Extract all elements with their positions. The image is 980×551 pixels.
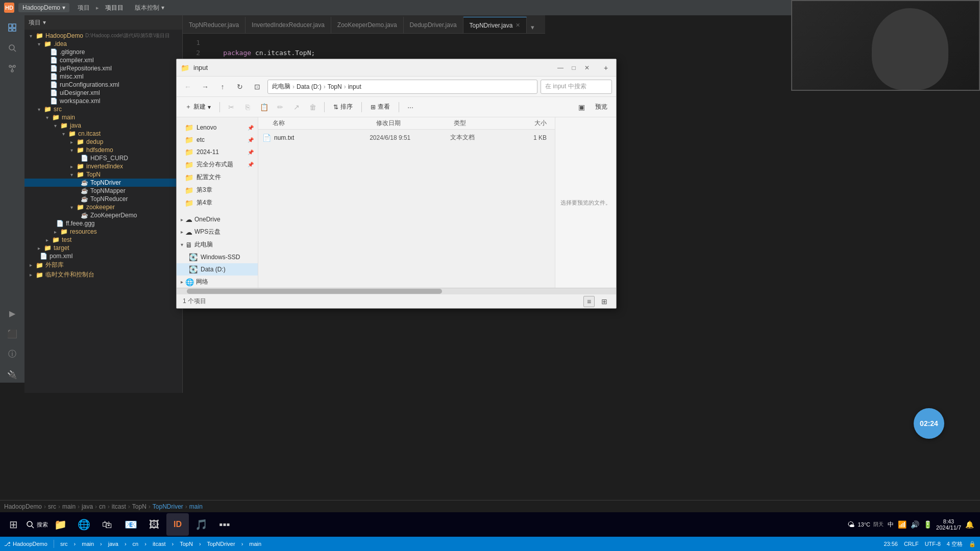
status-branch[interactable]: ⎇ HadoopDemo <box>4 541 47 547</box>
address-breadcrumb[interactable]: 此电脑 › Data (D:) › TopN › input <box>267 80 537 94</box>
nav-item-ch4[interactable]: 📁 第4章 <box>177 196 258 209</box>
nav-group-onedrive[interactable]: ▸ ☁ OneDrive <box>177 213 258 226</box>
tree-item-workspace[interactable]: 📄 workspace.xml <box>24 97 182 105</box>
tab-invertedindex[interactable]: InvertedIndexReducer.java <box>246 17 331 33</box>
tree-item-uidesigner[interactable]: 📄 uiDesigner.xml <box>24 89 182 97</box>
tree-item-topnreducer[interactable]: ☕ TopNReducer <box>24 195 182 203</box>
file-row-numtxt[interactable]: 📄 num.txt 2024/6/18 9:51 文本文档 1 KB <box>258 132 555 143</box>
taskbar-clock[interactable]: 8:43 2024/11/7 <box>936 518 961 531</box>
bc-topndriver[interactable]: TopNDriver <box>153 503 183 510</box>
nav-item-2024[interactable]: 📁 2024-11 📌 <box>177 146 258 158</box>
bc-itcast[interactable]: itcast <box>112 503 126 510</box>
taskbar-mail-btn[interactable]: 📧 <box>119 513 142 536</box>
tree-item-compiler[interactable]: 📄 compiler.xml <box>24 56 182 64</box>
sidebar-icon-plugins[interactable]: 🔌 <box>4 366 20 383</box>
nav-item-complete[interactable]: 📁 完全分布式题 📌 <box>177 158 258 171</box>
toolbar-more-btn[interactable]: ··· <box>403 100 418 114</box>
nav-item-data[interactable]: 💽 Data (D:) <box>177 263 258 276</box>
toolbar-new-btn[interactable]: ＋ 新建 ▾ <box>181 100 215 114</box>
bc-src[interactable]: src <box>48 503 56 510</box>
tree-item-main[interactable]: ▾ 📁 main <box>24 113 182 121</box>
toolbar-share-btn[interactable]: ↗ <box>289 100 304 114</box>
nav-item-ch3[interactable]: 📁 第3章 <box>177 184 258 196</box>
tree-item-resources[interactable]: ▸ 📁 resources <box>24 228 182 236</box>
tree-item-src[interactable]: ▾ 📁 src <box>24 105 182 113</box>
nav-up-btn[interactable]: ↑ <box>215 80 230 94</box>
tab-dedupdriver[interactable]: DedupDriver.java <box>404 17 463 33</box>
toolbar-copy-btn[interactable]: ⎘ <box>240 100 255 114</box>
window-maximize-btn[interactable]: □ <box>569 63 578 72</box>
toolbar-preview-btn[interactable]: 预览 <box>591 100 612 114</box>
bc-java[interactable]: java <box>82 503 93 510</box>
nav-group-wps[interactable]: ▸ ☁ WPS云盘 <box>177 226 258 238</box>
tree-item-gitignore[interactable]: 📄 .gitignore <box>24 48 182 56</box>
taskbar-intellij-btn[interactable]: ID <box>166 513 189 536</box>
tree-item-test[interactable]: ▸ 📁 test <box>24 236 182 244</box>
toolbar-rename-btn[interactable]: ✏ <box>273 100 287 114</box>
window-close-btn[interactable]: ✕ <box>582 63 592 72</box>
tree-item-ffeee[interactable]: 📄 ff.feee.ggg <box>24 219 182 228</box>
sidebar-icon-git[interactable] <box>4 60 20 77</box>
bc-hadoopdemo[interactable]: HadoopDemo <box>4 503 42 510</box>
taskbar-photos-btn[interactable]: 🖼 <box>143 513 165 536</box>
tree-item-misc[interactable]: 📄 misc.xml <box>24 72 182 81</box>
taskbar-store-btn[interactable]: 🛍 <box>96 513 118 536</box>
tab-close-topndriver[interactable]: ✕ <box>516 22 520 29</box>
sidebar-icon-files[interactable] <box>4 19 20 36</box>
project-selector[interactable]: HadoopDemo ▾ <box>18 3 69 12</box>
fe-scrollbar[interactable] <box>177 288 616 294</box>
taskbar-notification-icon[interactable]: 🔔 <box>965 520 974 529</box>
tree-item-root[interactable]: ▾ 📁 HadoopDemo D:\Hadoop.code\源代码\第5章\项目… <box>24 32 182 40</box>
bc-main-method[interactable]: main <box>189 503 203 510</box>
sidebar-icon-search[interactable] <box>4 40 20 56</box>
nav-back-btn[interactable]: ← <box>181 80 195 94</box>
search-box[interactable]: 在 input 中搜索 <box>541 80 612 94</box>
taskbar-browser-btn[interactable]: 🌐 <box>72 513 95 536</box>
sidebar-icon-terminal[interactable]: ⬛ <box>4 325 20 342</box>
tree-item-invertedindex[interactable]: ▸ 📁 invertedIndex <box>24 162 182 170</box>
nav-recent-btn[interactable]: ⊡ <box>250 80 264 94</box>
tree-item-dedup[interactable]: ▸ 📁 dedup <box>24 138 182 146</box>
nav-item-windows[interactable]: 💽 Windows-SSD <box>177 251 258 263</box>
menu-item-project[interactable]: 项目 <box>74 3 94 13</box>
nav-group-thispc[interactable]: ▾ 🖥 此电脑 <box>177 238 258 251</box>
tree-item-idea[interactable]: ▾ 📁 .idea <box>24 40 182 48</box>
toolbar-preview-pane-btn[interactable]: ▣ <box>574 100 589 114</box>
nav-forward-btn[interactable]: → <box>198 80 212 94</box>
tree-item-scratch[interactable]: ▸ 📁 临时文件和控制台 <box>24 270 182 280</box>
sidebar-icon-run[interactable]: ▶ <box>4 305 20 321</box>
tree-item-target[interactable]: ▸ 📁 target <box>24 244 182 252</box>
bc-main[interactable]: main <box>62 503 76 510</box>
toolbar-delete-btn[interactable]: 🗑 <box>306 100 320 114</box>
taskbar-battery-icon[interactable]: 🔋 <box>923 520 932 529</box>
taskbar-lang-icon[interactable]: 中 <box>888 520 894 529</box>
tree-item-topndriver[interactable]: ☕ TopNDriver <box>24 179 182 187</box>
toolbar-sort-btn[interactable]: ⇅ 排序 <box>329 100 357 114</box>
taskbar-music-btn[interactable]: 🎵 <box>190 513 212 536</box>
taskbar-search-btn[interactable]: 搜索 <box>26 513 48 536</box>
bc-topn[interactable]: TopN <box>132 503 146 510</box>
toolbar-cut-btn[interactable]: ✂ <box>224 100 238 114</box>
nav-refresh-btn[interactable]: ↻ <box>233 80 247 94</box>
tab-zookeeper[interactable]: ZooKeeperDemo.java <box>331 17 404 33</box>
tab-more-btn[interactable]: ▾ <box>527 21 538 33</box>
nav-item-etc[interactable]: 📁 etc 📌 <box>177 134 258 146</box>
bc-cn[interactable]: cn <box>99 503 106 510</box>
tree-item-pom[interactable]: 📄 pom.xml <box>24 252 182 260</box>
view-grid-btn[interactable]: ⊞ <box>599 296 610 307</box>
taskbar-extra-btn[interactable]: ▪▪▪ <box>213 513 236 536</box>
status-charset[interactable]: UTF-8 <box>925 541 941 547</box>
tree-item-runconfig[interactable]: 📄 runConfigurations.xml <box>24 81 182 89</box>
nav-item-lenovo[interactable]: 📁 Lenovo 📌 <box>177 121 258 134</box>
tree-item-jar[interactable]: 📄 jarRepositories.xml <box>24 64 182 72</box>
tab-topnreducer[interactable]: TopNReducer.java <box>183 17 246 33</box>
tree-item-hdfscurd[interactable]: 📄 HDFS_CURD <box>24 154 182 162</box>
tree-item-java[interactable]: ▾ 📁 java <box>24 121 182 130</box>
window-minimize-btn[interactable]: — <box>556 63 565 72</box>
project-header[interactable]: 项目 ▾ <box>24 15 182 30</box>
tree-item-topnmapper[interactable]: ☕ TopNMapper <box>24 187 182 195</box>
taskbar-volume-icon[interactable]: 🔊 <box>911 520 919 529</box>
new-tab-btn[interactable]: + <box>600 62 612 74</box>
nav-group-network[interactable]: ▸ 🌐 网络 <box>177 276 258 288</box>
tree-item-topn[interactable]: ▾ 📁 TopN <box>24 170 182 179</box>
